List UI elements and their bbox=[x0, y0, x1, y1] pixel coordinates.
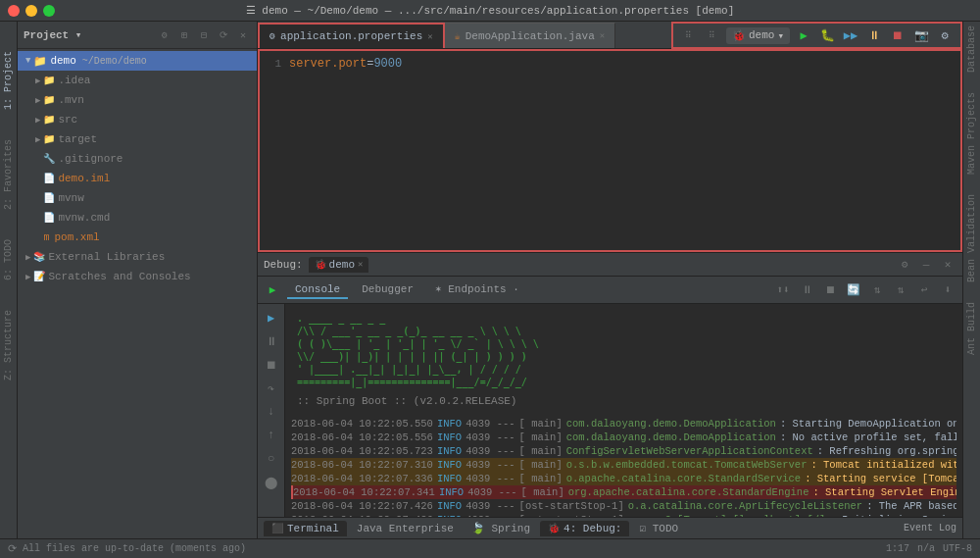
toolbar-sep-icon2: ⠿ bbox=[703, 25, 722, 45]
maximize-button[interactable] bbox=[43, 5, 55, 17]
todo-tab[interactable]: ☑ TODO bbox=[631, 520, 686, 536]
tab-demo-application[interactable]: ☕ DemoApplication.java ✕ bbox=[445, 23, 615, 48]
properties-tab-icon: ⚙ bbox=[270, 30, 275, 42]
run-button[interactable]: ▶ bbox=[794, 25, 813, 45]
collapse-icon[interactable]: ⊟ bbox=[196, 27, 212, 43]
tree-external-libraries[interactable]: ▶ 📚 External Libraries bbox=[18, 247, 257, 267]
console-run-icon[interactable]: ▶ bbox=[264, 281, 281, 299]
log-line-6: 2018-06-04 10:22:07.426 INFO 4039 --- [o… bbox=[291, 499, 956, 513]
project-title: Project ▾ bbox=[24, 28, 153, 41]
minimize-button[interactable] bbox=[25, 5, 37, 17]
settings-run-button[interactable]: ⚙ bbox=[935, 25, 955, 45]
tab-ant-build[interactable]: Ant Build bbox=[966, 302, 977, 355]
tab-console[interactable]: Console bbox=[287, 281, 348, 299]
pause-button[interactable]: ⏸ bbox=[864, 25, 884, 45]
tree-pom[interactable]: ▶ m pom.xml bbox=[18, 228, 257, 247]
tree-root[interactable]: ▼ 📁 demo ~/Demo/demo bbox=[18, 51, 257, 71]
debug-mute-bp[interactable]: ○ bbox=[262, 449, 281, 469]
console-toolbar: ▶ Console Debugger ✶ Endpoints · ⬆⬇ ⏸ ⏹ … bbox=[258, 277, 962, 304]
console-tool-5[interactable]: ⇅ bbox=[868, 281, 886, 299]
tab-structure[interactable]: 6: TODO bbox=[3, 239, 14, 280]
debug-resume-icon[interactable]: ▶ bbox=[262, 308, 281, 328]
debug-tab-close[interactable]: ✕ bbox=[358, 259, 363, 270]
tree-mvn[interactable]: ▶ 📁 .mvn bbox=[18, 90, 257, 110]
spring-ascii-line2: /\\ / ___'_ __ _ _(_)_ __ __ _ \ \ \ \ bbox=[297, 325, 951, 337]
debug-button[interactable]: 🐛 bbox=[817, 25, 837, 45]
run-config-selector[interactable]: 🐞 demo ▾ bbox=[726, 27, 790, 44]
tab-label-java: DemoApplication.java bbox=[466, 30, 595, 42]
debug-settings-icon[interactable]: ⚙ bbox=[896, 256, 913, 274]
console-tool-1[interactable]: ⬆⬇ bbox=[774, 281, 792, 299]
tab-close-java[interactable]: ✕ bbox=[600, 30, 605, 41]
close-button[interactable] bbox=[8, 5, 20, 17]
debug-config-name: demo bbox=[329, 259, 355, 271]
debug-minimize-icon[interactable]: — bbox=[917, 256, 935, 274]
console-scroll-icon[interactable]: ⬇ bbox=[939, 281, 956, 299]
tree-mvnw[interactable]: ▶ 📄 mvnw bbox=[18, 188, 257, 208]
tab-endpoints[interactable]: ✶ Endpoints · bbox=[427, 280, 527, 299]
status-encoding[interactable]: UTF-8 bbox=[943, 543, 972, 554]
log-line-5: 2018-06-04 10:22:07.341 INFO 4039 --- [ … bbox=[291, 485, 956, 499]
debug-config-tab[interactable]: 🐞 demo ✕ bbox=[309, 257, 369, 273]
snapshot-button[interactable]: 📷 bbox=[911, 25, 931, 45]
run-with-coverage-button[interactable]: ▶▶ bbox=[841, 25, 860, 45]
tree-src[interactable]: ▶ 📁 src bbox=[18, 110, 257, 129]
tree-demo-iml[interactable]: ▶ 📄 demo.iml bbox=[18, 169, 257, 188]
debug-pause-btn[interactable]: ⏸ bbox=[262, 331, 281, 351]
console-tool-3[interactable]: ⏹ bbox=[821, 281, 839, 299]
tab-maven[interactable]: Maven Projects bbox=[966, 92, 977, 175]
tab-project[interactable]: 1: Project bbox=[3, 51, 14, 110]
sync-icon[interactable]: ⟳ bbox=[216, 27, 231, 43]
tab-favorites[interactable]: 2: Favorites bbox=[3, 139, 14, 210]
run-config-icon: 🐞 bbox=[732, 29, 746, 42]
console-tool-2[interactable]: ⏸ bbox=[798, 281, 815, 299]
spring-tab[interactable]: 🍃 Spring bbox=[464, 520, 538, 536]
debug-side-icons: ▶ ⏸ ⏹ ↷ ↓ ↑ ○ ⬤ bbox=[258, 304, 285, 517]
spring-logo: . ____ _ __ _ _ /\\ / ___'_ __ _ _(_)_ _… bbox=[291, 308, 956, 392]
tab-bean-validation[interactable]: Bean Validation bbox=[966, 194, 977, 282]
left-vertical-tabs: 1: Project 2: Favorites 6: TODO Z: Struc… bbox=[0, 22, 18, 538]
event-log-link[interactable]: Event Log bbox=[904, 523, 956, 533]
stop-button[interactable]: ⏹ bbox=[888, 25, 907, 45]
log-line-4: 2018-06-04 10:22:07.336 INFO 4039 --- [ … bbox=[291, 472, 956, 485]
debug-label: Debug: bbox=[264, 259, 303, 271]
debug-step-out[interactable]: ↑ bbox=[262, 426, 281, 445]
close-panel-icon[interactable]: ✕ bbox=[235, 27, 251, 43]
terminal-tab[interactable]: ⬛ Terminal bbox=[264, 521, 347, 536]
debug-step-over[interactable]: ↷ bbox=[262, 379, 281, 398]
java-enterprise-tab[interactable]: Java Enterprise bbox=[349, 521, 462, 536]
tab-close-properties[interactable]: ✕ bbox=[427, 31, 432, 42]
window-title: ☰ demo — ~/Demo/demo — .../src/main/reso… bbox=[246, 4, 734, 17]
code-line-1: 1 server.port=9000 bbox=[260, 55, 960, 73]
debug-view-bp[interactable]: ⬤ bbox=[262, 473, 281, 492]
tab-z-structure[interactable]: Z: Structure bbox=[3, 310, 14, 380]
tree-mvnw-cmd[interactable]: ▶ 📄 mvnw.cmd bbox=[18, 208, 257, 228]
tree-scratches[interactable]: ▶ 📝 Scratches and Consoles bbox=[18, 267, 257, 286]
debug-step-into[interactable]: ↓ bbox=[262, 402, 281, 422]
editor-area[interactable]: 1 server.port=9000 bbox=[258, 49, 962, 252]
bottom-panel: Debug: 🐞 demo ✕ ⚙ — ✕ ▶ Console bbox=[258, 252, 962, 517]
tab-application-properties[interactable]: ⚙ application.properties ✕ bbox=[258, 23, 445, 48]
console-output[interactable]: . ____ _ __ _ _ /\\ / ___'_ __ _ _(_)_ _… bbox=[285, 304, 962, 517]
spring-label: 🍃 Spring bbox=[471, 522, 530, 534]
project-header: Project ▾ ⚙ ⊞ ⊟ ⟳ ✕ bbox=[18, 22, 257, 49]
editor-section: ⚙ application.properties ✕ ☕ DemoApplica… bbox=[258, 22, 962, 252]
expand-icon[interactable]: ⊞ bbox=[176, 27, 192, 43]
run-config-name: demo bbox=[749, 29, 774, 41]
settings-icon[interactable]: ⚙ bbox=[157, 27, 172, 43]
status-lf[interactable]: n/a bbox=[917, 543, 935, 554]
debug-bottom-tab[interactable]: 🐞 4: Debug: bbox=[540, 521, 629, 536]
run-toolbar: ⠿ ⠿ 🐞 demo ▾ ▶ 🐛 ▶▶ ⏸ ⏹ 📷 ⚙ bbox=[671, 22, 962, 49]
debug-stop-btn[interactable]: ⏹ bbox=[262, 355, 281, 375]
tree-target[interactable]: ▶ 📁 target bbox=[18, 129, 257, 149]
console-tool-6[interactable]: ⇅ bbox=[892, 281, 909, 299]
debug-close-icon[interactable]: ✕ bbox=[939, 256, 956, 274]
console-wrap-icon[interactable]: ↩ bbox=[915, 281, 933, 299]
tree-idea[interactable]: ▶ 📁 .idea bbox=[18, 71, 257, 90]
console-tool-4[interactable]: 🔄 bbox=[845, 281, 862, 299]
tree-gitignore[interactable]: ▶ 🔧 .gitignore bbox=[18, 149, 257, 169]
status-position[interactable]: 1:17 bbox=[886, 543, 909, 554]
tab-debugger[interactable]: Debugger bbox=[354, 281, 421, 299]
terminal-icon: ⬛ bbox=[271, 523, 283, 534]
tab-database[interactable]: Database bbox=[966, 25, 977, 73]
